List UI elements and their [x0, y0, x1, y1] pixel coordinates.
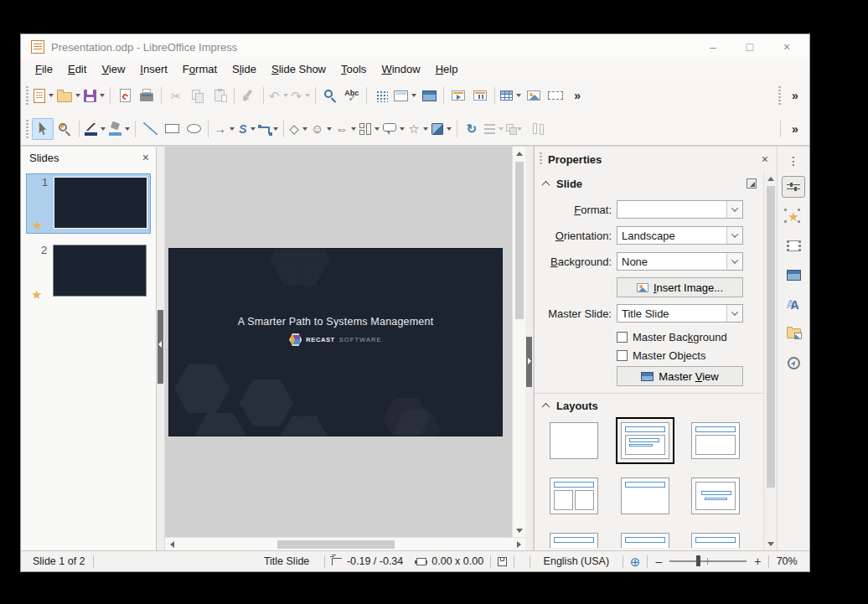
menu-format[interactable]: Format: [175, 61, 225, 77]
align-objects-icon[interactable]: [483, 118, 505, 140]
slide-canvas[interactable]: A Smarter Path to Systems Management REC…: [169, 249, 502, 436]
ellipse-icon[interactable]: [183, 118, 204, 140]
find-replace-icon[interactable]: [319, 85, 341, 106]
flowchart-icon[interactable]: [358, 118, 381, 140]
insert-table-icon[interactable]: [499, 85, 523, 106]
background-select[interactable]: None: [617, 252, 743, 271]
export-pdf-icon[interactable]: [114, 85, 136, 106]
master-view-button[interactable]: Master View: [617, 366, 743, 386]
scrollbar-thumb[interactable]: [515, 162, 524, 319]
tab-gallery[interactable]: [782, 323, 805, 344]
slide-section-header[interactable]: Slide: [535, 173, 763, 194]
scroll-down-icon[interactable]: [513, 524, 526, 537]
block-arrows-icon[interactable]: ⇔: [333, 118, 358, 140]
scroll-down-icon[interactable]: [764, 537, 778, 550]
zoom-in-button[interactable]: +: [753, 555, 762, 568]
fill-color-icon[interactable]: [107, 118, 132, 140]
toolbar-overflow-icon[interactable]: »: [784, 118, 806, 140]
lines-and-arrows-icon[interactable]: →: [212, 118, 236, 140]
print-icon[interactable]: [136, 85, 158, 106]
paste-icon[interactable]: [209, 85, 230, 106]
zoom-pan-icon[interactable]: [54, 118, 75, 140]
sidebar-scrollbar[interactable]: [763, 172, 777, 550]
tab-navigator[interactable]: [782, 352, 805, 374]
menu-view[interactable]: View: [94, 61, 132, 77]
layout-row3-2[interactable]: [621, 533, 669, 548]
tab-animation[interactable]: ★: [782, 205, 805, 227]
layout-row3-3[interactable]: [691, 533, 740, 548]
cut-icon[interactable]: ✂: [165, 85, 187, 106]
distribution-icon[interactable]: [527, 118, 549, 140]
more-options-icon[interactable]: [747, 178, 757, 188]
chevron-down-icon[interactable]: [726, 201, 742, 218]
save-icon[interactable]: [82, 85, 106, 106]
minimize-button[interactable]: –: [705, 40, 721, 54]
scroll-up-icon[interactable]: [513, 147, 526, 160]
scroll-right-icon[interactable]: [512, 538, 525, 551]
draw-area[interactable]: A Smarter Path to Systems Management REC…: [165, 147, 512, 537]
zoom-slider-thumb[interactable]: [696, 555, 700, 566]
rectangle-icon[interactable]: [161, 118, 183, 140]
chevron-down-icon[interactable]: [726, 227, 742, 244]
clone-formatting-icon[interactable]: [238, 85, 260, 106]
star-shapes-icon[interactable]: ☆: [406, 118, 429, 140]
undo-icon[interactable]: ↶: [267, 85, 290, 106]
symbol-shapes-icon[interactable]: ☺: [309, 118, 333, 140]
new-document-icon[interactable]: [32, 85, 55, 106]
slide-title-text[interactable]: A Smarter Path to Systems Management: [169, 316, 502, 328]
menu-file[interactable]: File: [28, 61, 60, 77]
slide-area-vertical-scrollbar[interactable]: [512, 147, 525, 537]
slide-area-horizontal-scrollbar[interactable]: [165, 537, 525, 550]
master-slide-select[interactable]: Title Slide: [617, 304, 743, 323]
open-file-icon[interactable]: [55, 85, 82, 106]
sidebar-menu-icon[interactable]: ⋮: [782, 153, 805, 168]
layout-title-only[interactable]: [621, 478, 669, 514]
spelling-icon[interactable]: [341, 85, 363, 106]
callout-shapes-icon[interactable]: [381, 118, 406, 140]
tab-slide-transition[interactable]: [782, 235, 805, 256]
document-modified-status[interactable]: [491, 551, 514, 571]
curves-polygons-icon[interactable]: S: [236, 118, 258, 140]
orientation-select[interactable]: Landscape: [617, 226, 743, 245]
menu-window[interactable]: Window: [374, 61, 427, 77]
insert-textbox-icon[interactable]: [545, 85, 566, 106]
chevron-down-icon[interactable]: [726, 305, 742, 322]
layout-centered-text[interactable]: [691, 478, 740, 514]
menu-edit[interactable]: Edit: [60, 61, 94, 77]
right-panel-splitter[interactable]: [525, 147, 534, 550]
display-grid-icon[interactable]: [370, 85, 392, 106]
maximize-button[interactable]: □: [742, 40, 757, 54]
properties-close-icon[interactable]: ×: [762, 152, 768, 166]
redo-icon[interactable]: ↷: [290, 85, 313, 106]
layout-title-content-2[interactable]: [691, 422, 740, 459]
connectors-icon[interactable]: [258, 118, 280, 140]
3d-objects-icon[interactable]: [430, 118, 453, 140]
left-panel-splitter[interactable]: [157, 147, 165, 550]
slide-thumbnail-2[interactable]: 2 ★: [26, 242, 151, 302]
layout-title-two-content[interactable]: [550, 478, 598, 514]
insert-image-icon[interactable]: [523, 85, 545, 106]
scroll-left-icon[interactable]: [165, 538, 178, 551]
line-color-icon[interactable]: [83, 118, 107, 140]
insert-line-icon[interactable]: [139, 118, 161, 140]
fit-slide-button[interactable]: ⊕: [623, 551, 648, 571]
menu-tools[interactable]: Tools: [333, 61, 374, 77]
start-from-first-slide-icon[interactable]: [447, 85, 469, 106]
select-icon[interactable]: [32, 118, 54, 140]
layout-row3-1[interactable]: [550, 533, 598, 548]
display-views-icon[interactable]: [392, 85, 418, 106]
menu-help[interactable]: Help: [428, 61, 466, 77]
slide-thumbnail-1[interactable]: 1 ★: [26, 173, 151, 234]
toolbar-overflow-icon[interactable]: »: [784, 85, 806, 106]
zoom-percentage[interactable]: 70%: [769, 551, 804, 571]
toolbar-overflow-icon[interactable]: »: [566, 85, 588, 106]
copy-icon[interactable]: [187, 85, 209, 106]
tab-properties[interactable]: [782, 176, 805, 198]
slides-panel-close-icon[interactable]: ×: [142, 151, 149, 164]
start-from-current-slide-icon[interactable]: [469, 85, 491, 106]
rotate-icon[interactable]: ↻: [461, 118, 483, 140]
zoom-slider[interactable]: [669, 560, 747, 562]
close-button[interactable]: ×: [779, 40, 794, 54]
chevron-down-icon[interactable]: [726, 253, 742, 270]
tab-styles[interactable]: [782, 293, 805, 315]
